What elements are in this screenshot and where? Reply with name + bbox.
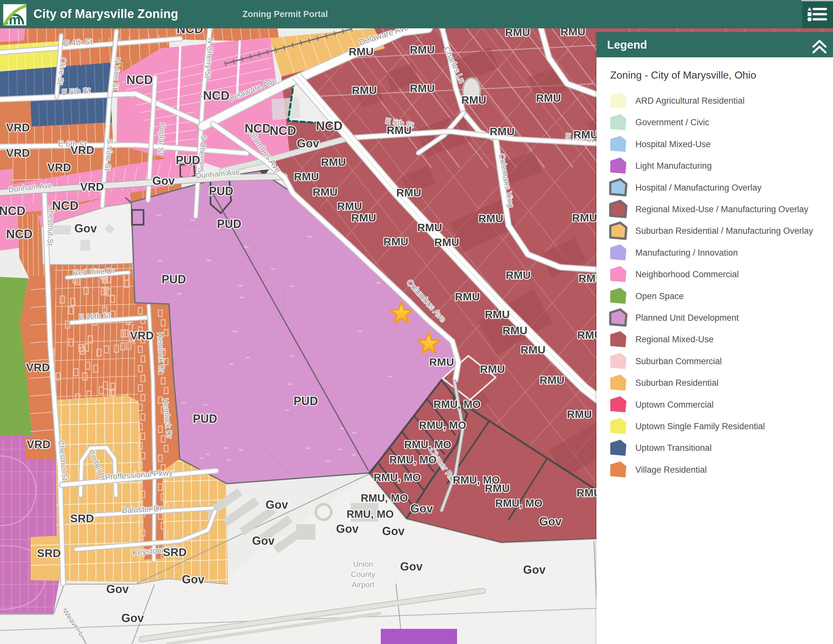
svg-text:NCD: NCD [127, 73, 153, 87]
svg-text:RMU: RMU [352, 84, 376, 96]
svg-text:County: County [351, 570, 375, 579]
svg-text:Planned Unit Development: Planned Unit Development [635, 313, 739, 323]
svg-text:E 10th St: E 10th St [79, 311, 111, 321]
svg-text:RMU, MO: RMU, MO [404, 439, 452, 451]
svg-text:PUD: PUD [193, 412, 217, 425]
svg-text:RMU: RMU [455, 290, 479, 303]
svg-text:RMU: RMU [461, 94, 486, 106]
svg-text:Uptown Commercial: Uptown Commercial [635, 400, 714, 410]
svg-text:Hospital Mixed-Use: Hospital Mixed-Use [635, 139, 711, 149]
svg-text:Gov: Gov [106, 583, 129, 596]
svg-text:SRD: SRD [70, 512, 94, 525]
svg-text:Village Residential: Village Residential [635, 465, 707, 475]
svg-text:RMU: RMU [567, 408, 592, 420]
svg-text:RMU: RMU [434, 236, 459, 248]
svg-text:Suburban Residential / Manufac: Suburban Residential / Manufacturing Ove… [635, 226, 814, 236]
svg-text:RMU: RMU [502, 324, 527, 336]
svg-text:Gov: Gov [336, 522, 359, 536]
svg-text:Gov: Gov [152, 174, 175, 187]
svg-text:RMU: RMU [506, 269, 531, 281]
svg-text:PUD: PUD [217, 217, 241, 230]
svg-text:RMU: RMU [573, 129, 598, 141]
svg-text:RMU, MO: RMU, MO [374, 472, 421, 483]
svg-text:City of Marysville Zoning: City of Marysville Zoning [34, 7, 178, 21]
svg-text:RMU: RMU [539, 374, 564, 386]
svg-text:PUD: PUD [162, 273, 186, 286]
svg-text:ARD Agricultural Residential: ARD Agricultural Residential [635, 96, 745, 106]
svg-text:Gov: Gov [297, 137, 319, 150]
svg-text:Neighborhood Commercial: Neighborhood Commercial [635, 269, 739, 279]
svg-text:RMU, MO: RMU, MO [495, 497, 543, 509]
svg-text:Suburban Residential: Suburban Residential [635, 378, 719, 388]
svg-text:PUD: PUD [294, 394, 318, 408]
svg-text:NCD: NCD [6, 227, 32, 241]
svg-text:RMU: RMU [429, 356, 454, 368]
svg-text:NCD: NCD [316, 119, 343, 133]
svg-text:RMU: RMU [349, 45, 373, 58]
svg-text:RMU: RMU [312, 186, 337, 198]
svg-text:RMU: RMU [478, 212, 503, 224]
svg-text:Gov: Gov [252, 534, 275, 547]
svg-text:Gov: Gov [382, 525, 405, 538]
svg-text:RMU, MO: RMU, MO [347, 508, 394, 520]
svg-text:Gov: Gov [121, 612, 144, 625]
svg-text:RMU: RMU [521, 344, 545, 356]
svg-text:Uptown Single Family Residenti: Uptown Single Family Residential [635, 422, 765, 431]
svg-text:Zoning Permit Portal: Zoning Permit Portal [242, 9, 328, 19]
svg-text:RMU, MO: RMU, MO [419, 419, 466, 431]
svg-text:SRD: SRD [37, 547, 61, 559]
svg-text:SRD: SRD [163, 546, 187, 558]
svg-text:VRD: VRD [47, 161, 71, 174]
svg-text:RMU: RMU [536, 92, 561, 104]
svg-text:RMU: RMU [490, 125, 515, 137]
svg-text:RMU: RMU [485, 308, 510, 320]
svg-text:RMU: RMU [337, 200, 362, 212]
svg-text:NCD: NCD [203, 89, 230, 102]
svg-text:RMU: RMU [396, 187, 421, 199]
svg-text:Airport: Airport [352, 580, 375, 589]
svg-text:PUD: PUD [209, 185, 233, 198]
svg-text:Light Manufacturing: Light Manufacturing [635, 161, 712, 171]
svg-text:RMU: RMU [417, 221, 442, 233]
svg-text:RMU: RMU [480, 363, 505, 375]
svg-text:Regional Mixed-Use: Regional Mixed-Use [635, 335, 714, 344]
svg-text:VRD: VRD [6, 121, 30, 134]
svg-text:Manufacturing / Innovation: Manufacturing / Innovation [635, 248, 738, 258]
svg-text:RMU: RMU [294, 170, 318, 183]
svg-text:VRD: VRD [26, 361, 50, 374]
svg-text:VRD: VRD [130, 329, 154, 341]
svg-text:RMU: RMU [572, 212, 597, 224]
svg-text:VRD: VRD [27, 438, 50, 451]
svg-text:RMU, MO: RMU, MO [389, 454, 437, 465]
svg-text:Zoning - City of Marysville, O: Zoning - City of Marysville, Ohio [610, 69, 756, 81]
svg-text:Gov: Gov [74, 222, 97, 235]
svg-text:Regional Mixed-Use / Manufactu: Regional Mixed-Use / Manufacturing Overl… [635, 204, 809, 214]
svg-text:RMU, MO: RMU, MO [434, 398, 481, 410]
svg-text:Legend: Legend [607, 38, 647, 51]
svg-text:RMU: RMU [410, 43, 434, 56]
svg-text:Gov: Gov [410, 502, 433, 515]
svg-text:NCD: NCD [244, 122, 271, 135]
svg-text:VRD: VRD [71, 143, 94, 156]
svg-text:Gov: Gov [539, 515, 562, 528]
svg-text:VRD: VRD [80, 180, 104, 193]
svg-text:RMU, MO: RMU, MO [361, 492, 408, 504]
svg-text:RMU, MO: RMU, MO [453, 474, 500, 486]
svg-text:RMU: RMU [410, 82, 434, 94]
svg-text:Uptown Transitional: Uptown Transitional [635, 443, 712, 453]
svg-text:Gov: Gov [523, 563, 545, 576]
svg-text:PUD: PUD [176, 154, 200, 167]
svg-text:Gov: Gov [265, 498, 288, 511]
svg-text:Hospital / Manufacturing Overl: Hospital / Manufacturing Overlay [635, 183, 762, 193]
svg-text:VRD: VRD [6, 147, 30, 159]
svg-text:RMU: RMU [351, 212, 376, 224]
svg-text:Open Space: Open Space [635, 291, 683, 301]
svg-text:RMU: RMU [321, 156, 346, 168]
svg-text:RMU: RMU [383, 235, 408, 248]
svg-text:NCD: NCD [270, 124, 296, 137]
svg-text:NCD: NCD [0, 204, 26, 218]
svg-text:NCD: NCD [52, 199, 79, 213]
svg-text:RMU: RMU [387, 124, 411, 136]
svg-text:Gov: Gov [400, 560, 423, 573]
svg-text:Gov: Gov [182, 573, 204, 586]
